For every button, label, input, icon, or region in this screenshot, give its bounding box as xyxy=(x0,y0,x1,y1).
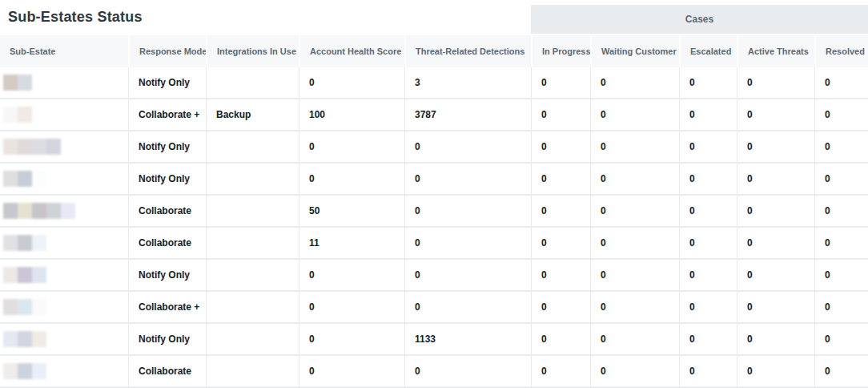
cases-active-threats-cell: 0 xyxy=(737,260,814,290)
cases-resolved-cell: 0 xyxy=(814,356,868,386)
threat-related-detections-cell: 0 xyxy=(404,292,531,322)
cases-resolved-cell: 0 xyxy=(814,164,868,194)
threat-related-detections-cell: 1133 xyxy=(404,324,531,354)
redacted-sub-estate-name xyxy=(3,235,46,251)
column-header-integrations-in-use: Integrations In Use xyxy=(206,35,299,67)
cases-in-progress-cell: 0 xyxy=(531,228,590,258)
threat-related-detections-cell: 3787 xyxy=(404,99,531,130)
sub-estate-cell xyxy=(0,196,128,226)
cases-in-progress-cell: 0 xyxy=(531,292,590,322)
integrations-in-use-cell xyxy=(206,356,299,386)
cases-group-label: Cases xyxy=(685,14,713,25)
response-mode-cell: Collaborate xyxy=(128,196,206,226)
table-row[interactable]: Notify Only 0 1133 0 0 0 0 0 xyxy=(0,324,868,356)
page-title: Sub-Estates Status xyxy=(0,0,531,35)
cases-resolved-cell: 0 xyxy=(814,324,868,354)
cases-in-progress-cell: 0 xyxy=(531,67,590,98)
cases-waiting-customer-cell: 0 xyxy=(590,228,679,258)
sub-estate-cell xyxy=(0,356,128,386)
account-health-score-cell: 0 xyxy=(299,131,404,162)
table-row[interactable]: Collaborate 11 0 0 0 0 0 0 xyxy=(0,228,868,260)
redacted-sub-estate-name xyxy=(3,299,46,315)
sub-estate-cell xyxy=(0,324,128,354)
cases-resolved-cell: 0 xyxy=(814,131,868,162)
redacted-sub-estate-name xyxy=(3,139,61,155)
response-mode-cell: Notify Only xyxy=(128,131,206,162)
threat-related-detections-cell: 0 xyxy=(404,196,531,226)
integrations-in-use-cell xyxy=(206,67,299,98)
cases-escalated-cell: 0 xyxy=(679,164,737,194)
redacted-sub-estate-name xyxy=(3,363,46,379)
cases-in-progress-cell: 0 xyxy=(531,356,590,386)
threat-related-detections-cell: 0 xyxy=(404,260,531,290)
cases-waiting-customer-cell: 0 xyxy=(590,324,679,354)
cases-waiting-customer-cell: 0 xyxy=(590,131,679,162)
cases-resolved-cell: 0 xyxy=(814,228,868,258)
account-health-score-cell: 0 xyxy=(299,260,404,290)
cases-escalated-cell: 0 xyxy=(679,99,737,130)
integrations-in-use-cell xyxy=(206,164,299,194)
cases-active-threats-cell: 0 xyxy=(737,196,814,226)
cases-in-progress-cell: 0 xyxy=(531,164,590,194)
cases-active-threats-cell: 0 xyxy=(737,131,814,162)
table-row[interactable]: Collaborate 50 0 0 0 0 0 0 xyxy=(0,196,868,228)
cases-active-threats-cell: 0 xyxy=(737,228,814,258)
account-health-score-cell: 100 xyxy=(299,99,404,130)
table-row[interactable]: Notify Only 0 0 0 0 0 0 0 xyxy=(0,131,868,164)
sub-estates-status-panel: Sub-Estates Status Cases Sub-Estate Resp… xyxy=(0,0,868,388)
cases-active-threats-cell: 0 xyxy=(737,292,814,322)
column-header-response-mode: Response Mode xyxy=(128,35,206,67)
account-health-score-cell: 11 xyxy=(299,228,404,258)
integrations-in-use-cell: Backup xyxy=(206,99,299,130)
integrations-in-use-cell xyxy=(206,260,299,290)
cases-escalated-cell: 0 xyxy=(679,292,737,322)
table-row[interactable]: Collaborate 0 0 0 0 0 0 0 xyxy=(0,356,868,388)
column-header-threat-related-detections: Threat-Related Detections xyxy=(404,35,531,67)
threat-related-detections-cell: 0 xyxy=(404,228,531,258)
table-row[interactable]: Notify Only 0 0 0 0 0 0 0 xyxy=(0,164,868,196)
redacted-sub-estate-name xyxy=(3,107,32,123)
column-header-account-health-score: Account Health Score xyxy=(299,35,404,67)
sub-estate-cell xyxy=(0,260,128,290)
sub-estate-cell xyxy=(0,131,128,162)
response-mode-cell: Notify Only xyxy=(128,324,206,354)
response-mode-cell: Collaborate + xyxy=(128,292,206,322)
table-row[interactable]: Notify Only 0 3 0 0 0 0 0 xyxy=(0,67,868,99)
response-mode-cell: Notify Only xyxy=(128,67,206,98)
redacted-sub-estate-name xyxy=(3,75,32,91)
cases-active-threats-cell: 0 xyxy=(737,164,814,194)
threat-related-detections-cell: 0 xyxy=(404,164,531,194)
table-row[interactable]: Collaborate + Backup 100 3787 0 0 0 0 0 xyxy=(0,99,868,131)
threat-related-detections-cell: 0 xyxy=(404,131,531,162)
cases-resolved-cell: 0 xyxy=(814,196,868,226)
cases-active-threats-cell: 0 xyxy=(737,67,814,98)
cases-escalated-cell: 0 xyxy=(679,196,737,226)
integrations-in-use-cell xyxy=(206,292,299,322)
column-header-waiting-customer: Waiting Customer xyxy=(590,35,679,67)
account-health-score-cell: 0 xyxy=(299,324,404,354)
cases-waiting-customer-cell: 0 xyxy=(590,292,679,322)
threat-related-detections-cell: 3 xyxy=(404,67,531,98)
integrations-in-use-cell xyxy=(206,196,299,226)
cases-in-progress-cell: 0 xyxy=(531,99,590,130)
redacted-sub-estate-name xyxy=(3,331,46,347)
column-header-escalated: Escalated xyxy=(679,35,737,67)
integrations-in-use-cell xyxy=(206,131,299,162)
cases-active-threats-cell: 0 xyxy=(737,324,814,354)
cases-escalated-cell: 0 xyxy=(679,356,737,386)
table-header-row: Sub-Estate Response Mode Integrations In… xyxy=(0,35,868,67)
cases-escalated-cell: 0 xyxy=(679,131,737,162)
column-header-resolved: Resolved xyxy=(814,35,868,67)
cases-group-header: Cases xyxy=(531,5,868,35)
cases-in-progress-cell: 0 xyxy=(531,196,590,226)
table-row[interactable]: Collaborate + 0 0 0 0 0 0 0 xyxy=(0,292,868,324)
table-body: Notify Only 0 3 0 0 0 0 0 Collaborate + … xyxy=(0,67,868,388)
cases-waiting-customer-cell: 0 xyxy=(590,356,679,386)
cases-waiting-customer-cell: 0 xyxy=(590,99,679,130)
integrations-in-use-cell xyxy=(206,228,299,258)
table-row[interactable]: Notify Only 0 0 0 0 0 0 0 xyxy=(0,260,868,292)
redacted-sub-estate-name xyxy=(3,171,46,187)
cases-escalated-cell: 0 xyxy=(679,228,737,258)
cases-escalated-cell: 0 xyxy=(679,324,737,354)
cases-resolved-cell: 0 xyxy=(814,260,868,290)
